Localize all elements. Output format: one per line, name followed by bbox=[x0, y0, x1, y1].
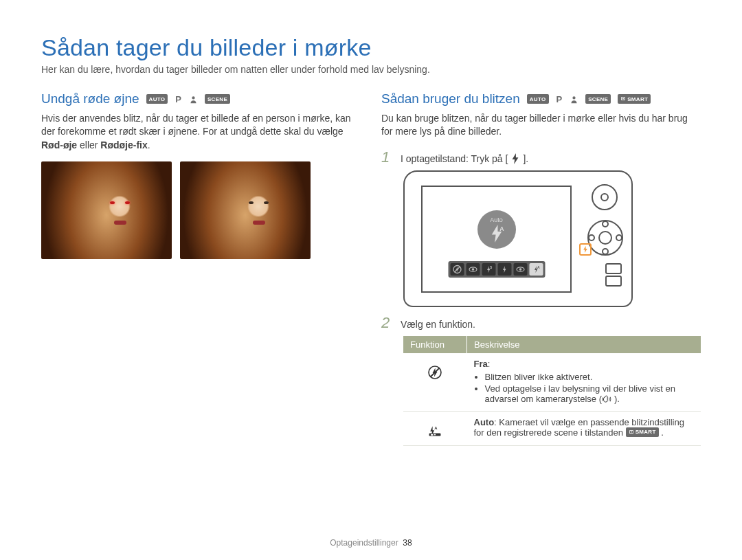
row-auto-text-2: . bbox=[659, 427, 664, 438]
page-title: Sådan tager du billeder i mørke bbox=[41, 34, 701, 61]
smart-badge-inline-label: SMART bbox=[636, 429, 656, 435]
svg-text:A: A bbox=[537, 265, 540, 269]
row-desc-auto: Auto: Kameraet vil vælge en passende bli… bbox=[467, 411, 701, 445]
step-1: 1 I optagetilstand: Tryk på [ ]. bbox=[381, 148, 701, 166]
camera-small-btn-1 bbox=[605, 263, 622, 274]
col-head-function: Funktion bbox=[403, 336, 467, 353]
intro-text: Her kan du lære, hvordan du tager billed… bbox=[41, 64, 701, 75]
table-row: A Auto: Kameraet vil vælge en passende b… bbox=[403, 411, 701, 445]
mode-auto-badge: AUTO bbox=[146, 94, 168, 104]
bolt-icon: A bbox=[489, 225, 504, 243]
right-section-header: Sådan bruger du blitzen AUTO P SCENE SMA… bbox=[381, 91, 701, 107]
two-column-layout: Undgå røde øjne AUTO P SCENE Hvis der an… bbox=[41, 91, 701, 446]
step-2: 2 Vælg en funktion. bbox=[381, 314, 701, 332]
row-desc-off: Fra: Blitzen bliver ikke aktiveret. Ved … bbox=[467, 353, 701, 412]
left-bold-1: Rød-øje bbox=[41, 139, 77, 150]
right-column: Sådan bruger du blitzen AUTO P SCENE SMA… bbox=[381, 91, 701, 446]
svg-text:A: A bbox=[434, 426, 438, 430]
flash-button-highlight bbox=[579, 243, 592, 256]
step-2-text: Vælg en funktion. bbox=[401, 319, 475, 330]
flash-auto-label: Auto bbox=[490, 216, 503, 223]
options-table: Funktion Beskrivelse Fra: bbox=[403, 336, 701, 446]
step-1-frag-1: I optagetilstand: Tryk på [ bbox=[401, 153, 508, 164]
flash-off-icon bbox=[427, 366, 442, 379]
footer-section: Optageindstillinger bbox=[330, 538, 398, 548]
table-row: Fra: Blitzen bliver ikke aktiveret. Ved … bbox=[403, 353, 701, 412]
mode-auto-badge-r: AUTO bbox=[527, 94, 549, 104]
camera-small-btn-2 bbox=[605, 276, 622, 287]
svg-point-1 bbox=[573, 96, 576, 99]
camera-illustration: Auto A S A bbox=[403, 170, 633, 307]
svg-text:S: S bbox=[490, 265, 493, 269]
smart-badge-inline: SMART bbox=[626, 427, 659, 437]
flash-auto-bubble: Auto A bbox=[477, 210, 516, 249]
flash-opt-slow: S bbox=[482, 263, 495, 276]
camera-lcd: Auto A S A bbox=[421, 186, 572, 293]
flash-opt-off bbox=[450, 263, 464, 276]
step-1-number: 1 bbox=[381, 148, 394, 166]
camera-dpad bbox=[587, 220, 623, 256]
svg-point-18 bbox=[434, 434, 436, 435]
portrait-icon-r bbox=[570, 95, 578, 104]
svg-point-0 bbox=[192, 96, 194, 99]
svg-rect-17 bbox=[431, 434, 433, 435]
photo-corrected bbox=[180, 161, 311, 259]
left-body-text: Hvis der anvendes blitz, når du tager et… bbox=[41, 112, 361, 152]
left-section-title: Undgå røde øjne bbox=[41, 91, 139, 107]
row-off-bullet-1: Blitzen bliver ikke aktiveret. bbox=[485, 372, 695, 382]
step-1-frag-2: ]. bbox=[523, 153, 528, 164]
svg-text:A: A bbox=[499, 225, 504, 232]
mode-scene-badge-r: SCENE bbox=[585, 94, 611, 104]
example-photos bbox=[41, 161, 361, 259]
row-icon-auto: A bbox=[403, 411, 467, 445]
col-head-description: Beskrivelse bbox=[467, 336, 701, 353]
left-section-header: Undgå røde øjne AUTO P SCENE bbox=[41, 91, 361, 107]
left-bold-2: Rødøje-fix bbox=[100, 139, 147, 150]
row-off-label: Fra bbox=[474, 359, 488, 369]
right-body-text: Du kan bruge blitzen, når du tager bille… bbox=[381, 112, 701, 139]
photo-red-eye bbox=[41, 161, 172, 259]
portrait-icon bbox=[189, 95, 198, 104]
page-footer: Optageindstillinger 38 bbox=[0, 538, 742, 548]
step-2-number: 2 bbox=[381, 314, 394, 332]
flash-auto-smart-icon: A bbox=[427, 424, 442, 438]
flash-opt-redeye bbox=[466, 263, 480, 276]
mode-smart-label: SMART bbox=[627, 96, 648, 102]
svg-point-8 bbox=[471, 268, 474, 271]
svg-point-11 bbox=[519, 268, 521, 271]
right-section-title: Sådan bruger du blitzen bbox=[381, 91, 520, 107]
mode-p-icon: P bbox=[175, 94, 182, 104]
left-column: Undgå røde øjne AUTO P SCENE Hvis der an… bbox=[41, 91, 361, 446]
row-off-bullet-2: Ved optagelse i lav belysning vil der bl… bbox=[485, 383, 695, 404]
flash-opt-redeye-fix bbox=[513, 263, 527, 276]
flash-icon bbox=[510, 153, 520, 164]
svg-point-20 bbox=[631, 431, 632, 432]
flash-opt-auto-selected: A bbox=[529, 263, 543, 276]
row-icon-off bbox=[403, 353, 467, 412]
flash-opt-on bbox=[497, 263, 511, 276]
left-body-frag-2: eller bbox=[77, 139, 100, 150]
svg-point-3 bbox=[622, 98, 624, 100]
mode-p-icon-r: P bbox=[556, 94, 563, 104]
left-body-frag-1: Hvis der anvendes blitz, når du tager et… bbox=[41, 113, 351, 137]
page-number: 38 bbox=[403, 538, 412, 548]
manual-page: Sådan tager du billeder i mørke Her kan … bbox=[0, 0, 742, 560]
left-body-frag-3: . bbox=[148, 139, 150, 150]
camera-lens bbox=[592, 184, 618, 210]
mode-scene-badge: SCENE bbox=[205, 94, 230, 104]
row-auto-label: Auto bbox=[474, 417, 495, 427]
shake-icon bbox=[602, 394, 614, 404]
step-1-text: I optagetilstand: Tryk på [ ]. bbox=[401, 153, 528, 164]
mode-smart-badge: SMART bbox=[618, 94, 651, 104]
flash-option-row: S A bbox=[448, 261, 545, 278]
